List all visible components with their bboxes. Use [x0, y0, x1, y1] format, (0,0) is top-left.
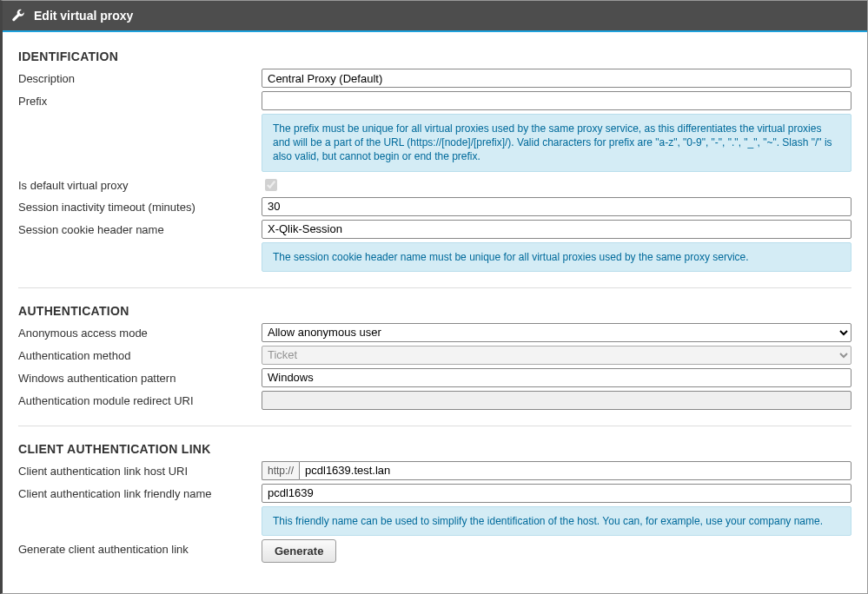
content-area: IDENTIFICATION Description Prefix The pr…	[3, 32, 867, 593]
redirect-input	[262, 391, 851, 410]
cookie-help-text: The session cookie header name must be u…	[262, 242, 851, 272]
generate-button[interactable]: Generate	[262, 539, 336, 563]
cookie-label: Session cookie header name	[18, 220, 262, 236]
client-auth-section-title: CLIENT AUTHENTICATION LINK	[18, 442, 851, 456]
auth-method-select: Ticket	[262, 346, 851, 365]
edit-virtual-proxy-window: Edit virtual proxy IDENTIFICATION Descri…	[0, 0, 868, 594]
is-default-checkbox	[265, 179, 277, 191]
prefix-label: Prefix	[18, 91, 262, 108]
inactivity-label: Session inactivity timeout (minutes)	[18, 197, 262, 214]
generate-label: Generate client authentication link	[18, 539, 262, 556]
inactivity-input[interactable]	[262, 197, 851, 216]
divider	[18, 426, 851, 426]
titlebar: Edit virtual proxy	[3, 1, 867, 32]
identification-section-title: IDENTIFICATION	[18, 50, 851, 63]
friendly-name-label: Client authentication link friendly name	[18, 484, 262, 500]
auth-method-label: Authentication method	[18, 346, 262, 362]
is-default-label: Is default virtual proxy	[18, 175, 262, 192]
winpattern-label: Windows authentication pattern	[18, 368, 262, 385]
authentication-section-title: AUTHENTICATION	[18, 304, 851, 318]
window-title: Edit virtual proxy	[34, 9, 133, 23]
anon-label: Anonymous access mode	[18, 323, 262, 340]
cookie-input[interactable]	[262, 220, 851, 239]
wrench-icon	[11, 9, 25, 23]
anon-select[interactable]: Allow anonymous user	[262, 323, 851, 342]
prefix-input[interactable]	[262, 91, 851, 110]
friendly-name-input[interactable]	[262, 484, 851, 503]
description-label: Description	[18, 69, 262, 85]
host-uri-prefix: http://	[262, 461, 299, 480]
winpattern-input[interactable]	[262, 368, 851, 387]
prefix-help-text: The prefix must be unique for all virtua…	[262, 114, 851, 172]
description-input[interactable]	[262, 69, 851, 88]
divider	[18, 287, 851, 288]
host-uri-input[interactable]	[299, 461, 851, 480]
friendly-name-help-text: This friendly name can be used to simpli…	[262, 506, 851, 536]
host-uri-label: Client authentication link host URI	[18, 461, 262, 478]
redirect-label: Authentication module redirect URI	[18, 391, 262, 407]
